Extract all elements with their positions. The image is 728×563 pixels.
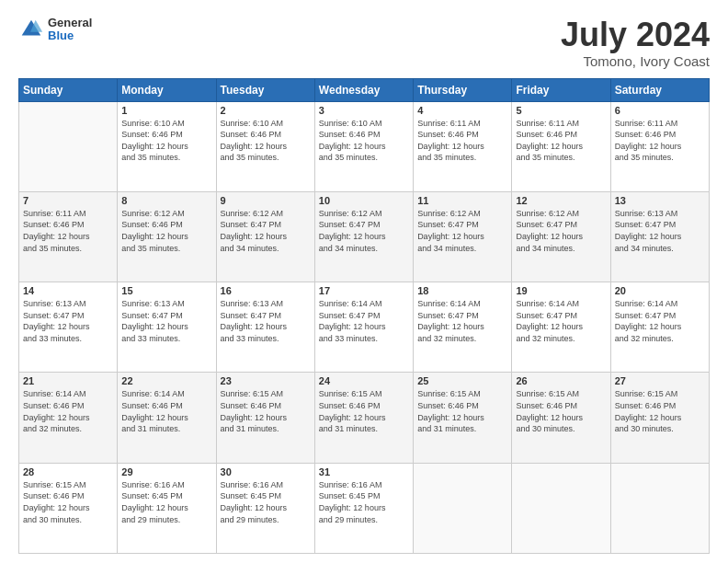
day-info: Sunrise: 6:14 AM Sunset: 6:47 PM Dayligh… (615, 298, 705, 344)
day-info: Sunrise: 6:10 AM Sunset: 6:46 PM Dayligh… (319, 118, 409, 164)
header: General Blue July 2024 Tomono, Ivory Coa… (18, 17, 710, 69)
calendar-cell: 8Sunrise: 6:12 AM Sunset: 6:46 PM Daylig… (118, 191, 216, 282)
day-info: Sunrise: 6:11 AM Sunset: 6:46 PM Dayligh… (23, 208, 113, 254)
day-info: Sunrise: 6:10 AM Sunset: 6:46 PM Dayligh… (221, 118, 311, 164)
day-number: 4 (417, 105, 507, 116)
day-number: 9 (221, 195, 311, 206)
calendar-cell (610, 463, 709, 553)
calendar-cell: 17Sunrise: 6:14 AM Sunset: 6:47 PM Dayli… (314, 282, 413, 373)
day-info: Sunrise: 6:16 AM Sunset: 6:45 PM Dayligh… (221, 479, 311, 525)
calendar-cell: 27Sunrise: 6:15 AM Sunset: 6:46 PM Dayli… (610, 373, 709, 463)
day-number: 26 (516, 375, 606, 386)
calendar-cell: 22Sunrise: 6:14 AM Sunset: 6:46 PM Dayli… (118, 373, 216, 463)
day-info: Sunrise: 6:16 AM Sunset: 6:45 PM Dayligh… (121, 479, 211, 525)
calendar-cell: 3Sunrise: 6:10 AM Sunset: 6:46 PM Daylig… (314, 101, 413, 191)
day-number: 27 (615, 375, 705, 386)
calendar-cell: 26Sunrise: 6:15 AM Sunset: 6:46 PM Dayli… (512, 373, 610, 463)
day-info: Sunrise: 6:13 AM Sunset: 6:47 PM Dayligh… (23, 298, 113, 344)
day-info: Sunrise: 6:11 AM Sunset: 6:46 PM Dayligh… (417, 118, 507, 164)
day-info: Sunrise: 6:15 AM Sunset: 6:46 PM Dayligh… (319, 388, 409, 434)
day-number: 15 (121, 285, 211, 296)
calendar-week-row: 1Sunrise: 6:10 AM Sunset: 6:46 PM Daylig… (19, 101, 710, 191)
calendar-cell (414, 463, 512, 553)
calendar-week-row: 14Sunrise: 6:13 AM Sunset: 6:47 PM Dayli… (19, 282, 710, 373)
day-number: 12 (516, 195, 606, 206)
day-number: 23 (221, 375, 311, 386)
calendar-week-row: 21Sunrise: 6:14 AM Sunset: 6:46 PM Dayli… (19, 373, 710, 463)
day-header-sunday: Sunday (19, 78, 118, 101)
day-info: Sunrise: 6:16 AM Sunset: 6:45 PM Dayligh… (319, 479, 409, 525)
day-number: 6 (615, 105, 705, 116)
day-number: 17 (319, 285, 409, 296)
calendar-cell: 11Sunrise: 6:12 AM Sunset: 6:47 PM Dayli… (414, 191, 512, 282)
day-number: 24 (319, 375, 409, 386)
logo-blue: Blue (48, 29, 92, 42)
day-info: Sunrise: 6:14 AM Sunset: 6:46 PM Dayligh… (121, 388, 211, 434)
day-info: Sunrise: 6:15 AM Sunset: 6:46 PM Dayligh… (221, 388, 311, 434)
calendar-cell: 7Sunrise: 6:11 AM Sunset: 6:46 PM Daylig… (19, 191, 118, 282)
day-number: 29 (121, 466, 211, 477)
day-info: Sunrise: 6:12 AM Sunset: 6:47 PM Dayligh… (417, 208, 507, 254)
day-info: Sunrise: 6:12 AM Sunset: 6:47 PM Dayligh… (221, 208, 311, 254)
calendar-cell: 20Sunrise: 6:14 AM Sunset: 6:47 PM Dayli… (610, 282, 709, 373)
calendar-header-row: SundayMondayTuesdayWednesdayThursdayFrid… (19, 78, 710, 101)
day-number: 16 (221, 285, 311, 296)
title-block: July 2024 Tomono, Ivory Coast (561, 17, 710, 69)
day-number: 25 (417, 375, 507, 386)
day-number: 5 (516, 105, 606, 116)
page: General Blue July 2024 Tomono, Ivory Coa… (0, 0, 728, 563)
day-header-saturday: Saturday (610, 78, 709, 101)
day-number: 30 (221, 466, 311, 477)
calendar-cell: 21Sunrise: 6:14 AM Sunset: 6:46 PM Dayli… (19, 373, 118, 463)
day-number: 8 (121, 195, 211, 206)
day-info: Sunrise: 6:11 AM Sunset: 6:46 PM Dayligh… (516, 118, 606, 164)
day-header-thursday: Thursday (414, 78, 512, 101)
day-info: Sunrise: 6:14 AM Sunset: 6:46 PM Dayligh… (23, 388, 113, 434)
calendar-cell (512, 463, 610, 553)
calendar-cell: 28Sunrise: 6:15 AM Sunset: 6:46 PM Dayli… (19, 463, 118, 553)
day-info: Sunrise: 6:13 AM Sunset: 6:47 PM Dayligh… (221, 298, 311, 344)
day-number: 28 (23, 466, 113, 477)
day-info: Sunrise: 6:14 AM Sunset: 6:47 PM Dayligh… (319, 298, 409, 344)
day-number: 3 (319, 105, 409, 116)
calendar-week-row: 28Sunrise: 6:15 AM Sunset: 6:46 PM Dayli… (19, 463, 710, 553)
day-header-monday: Monday (118, 78, 216, 101)
day-number: 14 (23, 285, 113, 296)
day-info: Sunrise: 6:12 AM Sunset: 6:47 PM Dayligh… (516, 208, 606, 254)
day-header-tuesday: Tuesday (216, 78, 314, 101)
calendar-cell: 4Sunrise: 6:11 AM Sunset: 6:46 PM Daylig… (414, 101, 512, 191)
day-info: Sunrise: 6:14 AM Sunset: 6:47 PM Dayligh… (417, 298, 507, 344)
calendar-week-row: 7Sunrise: 6:11 AM Sunset: 6:46 PM Daylig… (19, 191, 710, 282)
day-info: Sunrise: 6:10 AM Sunset: 6:46 PM Dayligh… (121, 118, 211, 164)
day-number: 31 (319, 466, 409, 477)
calendar-cell: 6Sunrise: 6:11 AM Sunset: 6:46 PM Daylig… (610, 101, 709, 191)
day-info: Sunrise: 6:14 AM Sunset: 6:47 PM Dayligh… (516, 298, 606, 344)
calendar-cell: 13Sunrise: 6:13 AM Sunset: 6:47 PM Dayli… (610, 191, 709, 282)
day-number: 22 (121, 375, 211, 386)
calendar-cell: 16Sunrise: 6:13 AM Sunset: 6:47 PM Dayli… (216, 282, 314, 373)
day-number: 1 (121, 105, 211, 116)
day-info: Sunrise: 6:13 AM Sunset: 6:47 PM Dayligh… (615, 208, 705, 254)
logo-icon (18, 17, 44, 42)
day-info: Sunrise: 6:15 AM Sunset: 6:46 PM Dayligh… (615, 388, 705, 434)
day-header-friday: Friday (512, 78, 610, 101)
day-info: Sunrise: 6:12 AM Sunset: 6:46 PM Dayligh… (121, 208, 211, 254)
day-info: Sunrise: 6:15 AM Sunset: 6:46 PM Dayligh… (23, 479, 113, 525)
calendar-cell: 25Sunrise: 6:15 AM Sunset: 6:46 PM Dayli… (414, 373, 512, 463)
calendar-cell: 30Sunrise: 6:16 AM Sunset: 6:45 PM Dayli… (216, 463, 314, 553)
day-number: 20 (615, 285, 705, 296)
calendar-cell: 9Sunrise: 6:12 AM Sunset: 6:47 PM Daylig… (216, 191, 314, 282)
day-number: 18 (417, 285, 507, 296)
calendar-cell: 14Sunrise: 6:13 AM Sunset: 6:47 PM Dayli… (19, 282, 118, 373)
calendar-cell: 23Sunrise: 6:15 AM Sunset: 6:46 PM Dayli… (216, 373, 314, 463)
calendar-cell: 5Sunrise: 6:11 AM Sunset: 6:46 PM Daylig… (512, 101, 610, 191)
day-number: 21 (23, 375, 113, 386)
calendar-cell: 18Sunrise: 6:14 AM Sunset: 6:47 PM Dayli… (414, 282, 512, 373)
calendar-cell (19, 101, 118, 191)
day-number: 2 (221, 105, 311, 116)
day-info: Sunrise: 6:15 AM Sunset: 6:46 PM Dayligh… (516, 388, 606, 434)
day-number: 11 (417, 195, 507, 206)
subtitle: Tomono, Ivory Coast (561, 53, 710, 69)
calendar-cell: 2Sunrise: 6:10 AM Sunset: 6:46 PM Daylig… (216, 101, 314, 191)
logo-text: General Blue (48, 17, 92, 43)
